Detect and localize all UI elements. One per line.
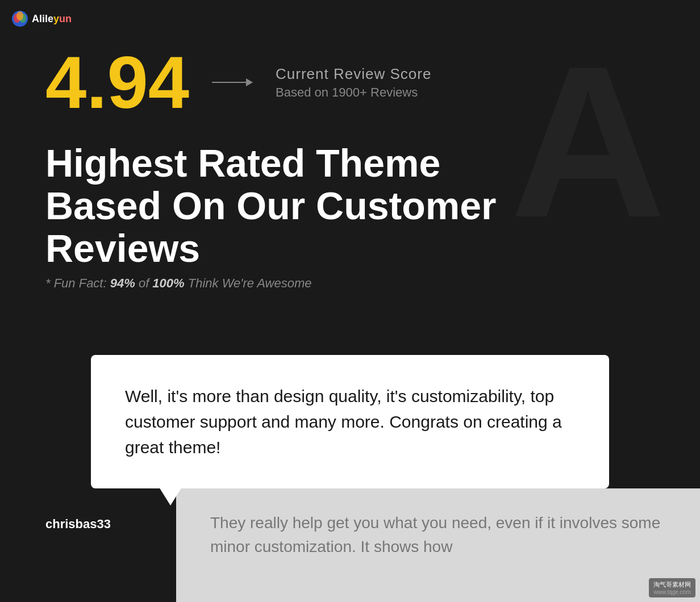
svg-point-3 (16, 11, 23, 20)
fun-fact-hundred: 100% (152, 276, 184, 290)
logo-icon (11, 10, 28, 27)
score-title: Current Review Score (276, 65, 431, 83)
second-review-text: They really help get you what you need, … (210, 511, 666, 559)
watermark-line2: www.tqge.com (653, 589, 691, 595)
fun-fact-prefix: * Fun Fact: (45, 276, 107, 290)
bottom-section: chrisbas33 They really help get you what… (0, 488, 700, 602)
review-card-wrapper: Well, it's more than design quality, it'… (0, 355, 700, 488)
reviewer-name: chrisbas33 (45, 517, 111, 532)
score-subtitle: Based on 1900+ Reviews (276, 85, 431, 100)
arrow-icon (212, 78, 253, 86)
reviewer-name-area: chrisbas33 (0, 488, 176, 602)
watermark-line1: 淘气哥素材网 (653, 580, 691, 589)
score-label: Current Review Score Based on 1900+ Revi… (276, 65, 431, 100)
watermark-badge: 淘气哥素材网 www.tqge.com (649, 578, 695, 597)
logo-text: Alileyun (32, 13, 72, 25)
heading-section: Highest Rated Theme Based On Our Custome… (45, 142, 655, 291)
fun-fact-middle: of (139, 276, 152, 290)
heading-line1: Highest Rated Theme (45, 142, 655, 185)
main-content: 4.94 Current Review Score Based on 1900+… (0, 0, 700, 291)
score-section: 4.94 Current Review Score Based on 1900+… (45, 45, 655, 119)
second-review-area: They really help get you what you need, … (176, 488, 700, 602)
review-text: Well, it's more than design quality, it'… (125, 383, 575, 460)
fun-fact-suffix: Think We're Awesome (188, 276, 312, 290)
main-heading: Highest Rated Theme Based On Our Custome… (45, 142, 655, 269)
heading-line2: Based On Our Customer Reviews (45, 185, 655, 270)
logo: Alileyun (11, 10, 72, 27)
review-card: Well, it's more than design quality, it'… (91, 355, 609, 488)
fun-fact-percentage: 94% (110, 276, 135, 290)
score-number: 4.94 (45, 45, 189, 119)
fun-fact: * Fun Fact: 94% of 100% Think We're Awes… (45, 276, 655, 291)
